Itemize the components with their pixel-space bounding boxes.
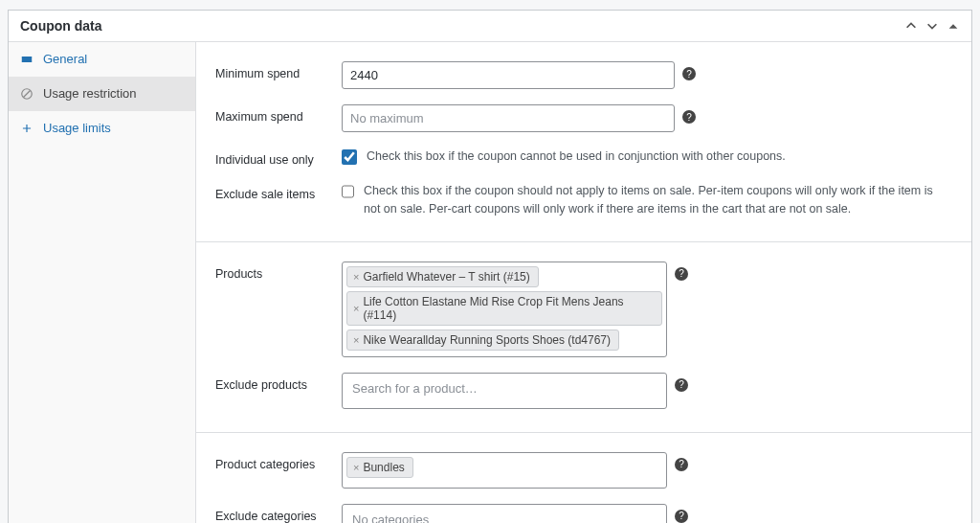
tab-label: General — [43, 52, 87, 66]
label-exclude-categories: Exclude categories — [215, 504, 323, 523]
product-categories-input[interactable]: ×Bundles — [342, 452, 667, 489]
exclude-categories-input[interactable]: No categories — [342, 504, 667, 524]
products-input[interactable]: ×Garfield Whatever – T shirt (#15) ×Life… — [342, 262, 667, 357]
help-icon[interactable]: ? — [682, 110, 696, 124]
label-individual-use: Individual use only — [215, 148, 323, 167]
remove-tag-icon[interactable]: × — [353, 271, 359, 283]
placeholder-text: No categories — [346, 509, 662, 524]
move-down-icon[interactable] — [925, 19, 939, 33]
svg-line-1 — [24, 90, 31, 97]
ticket-icon — [20, 53, 33, 66]
help-icon[interactable]: ? — [682, 67, 696, 80]
move-up-icon[interactable] — [904, 19, 918, 33]
exclude-sale-checkbox[interactable] — [342, 184, 354, 199]
product-tag: ×Nike Wearallday Running Sports Shoes (t… — [346, 330, 619, 351]
help-icon[interactable]: ? — [675, 510, 688, 523]
product-tag: ×Garfield Whatever – T shirt (#15) — [346, 266, 539, 287]
panel-header: Coupon data — [9, 11, 971, 42]
toggle-icon[interactable] — [947, 19, 960, 33]
label-exclude-products: Exclude products — [215, 373, 323, 392]
remove-tag-icon[interactable]: × — [353, 303, 359, 314]
label-exclude-sale: Exclude sale items — [215, 182, 323, 201]
tab-general[interactable]: General — [9, 42, 195, 77]
side-tabs: General Usage restriction Usage limits — [9, 42, 196, 523]
exclude-sale-desc: Check this box if the coupon should not … — [364, 182, 952, 218]
product-tag: ×Life Cotton Elastane Mid Rise Crop Fit … — [346, 291, 662, 326]
label-products: Products — [215, 262, 323, 281]
help-icon[interactable]: ? — [675, 458, 688, 471]
tab-label: Usage restriction — [43, 86, 137, 101]
panel-title: Coupon data — [20, 18, 102, 34]
exclude-sale-checkbox-row[interactable]: Check this box if the coupon should not … — [342, 182, 952, 218]
individual-use-desc: Check this box if the coupon cannot be u… — [367, 148, 786, 166]
remove-tag-icon[interactable]: × — [353, 462, 359, 473]
individual-use-checkbox-row[interactable]: Check this box if the coupon cannot be u… — [342, 148, 786, 166]
tab-usage-limits[interactable]: Usage limits — [9, 111, 195, 146]
exclude-products-input[interactable]: Search for a product… — [342, 373, 667, 409]
max-spend-input[interactable] — [342, 104, 675, 132]
tab-usage-restriction[interactable]: Usage restriction — [9, 77, 195, 111]
blocked-icon — [20, 87, 33, 101]
placeholder-text: Search for a product… — [346, 377, 662, 399]
min-spend-input[interactable] — [342, 61, 675, 89]
label-product-categories: Product categories — [215, 452, 323, 471]
label-min-spend: Minimum spend — [215, 61, 323, 80]
coupon-data-panel: Coupon data General — [8, 10, 972, 523]
category-tag: ×Bundles — [346, 457, 413, 478]
remove-tag-icon[interactable]: × — [353, 334, 359, 346]
individual-use-checkbox[interactable] — [342, 149, 357, 165]
help-icon[interactable]: ? — [675, 378, 688, 392]
label-max-spend: Maximum spend — [215, 104, 323, 124]
help-icon[interactable]: ? — [675, 267, 688, 281]
form-content: Minimum spend ? Maximum spend ? — [196, 42, 971, 523]
tab-label: Usage limits — [43, 121, 111, 135]
plus-icon — [20, 122, 33, 135]
